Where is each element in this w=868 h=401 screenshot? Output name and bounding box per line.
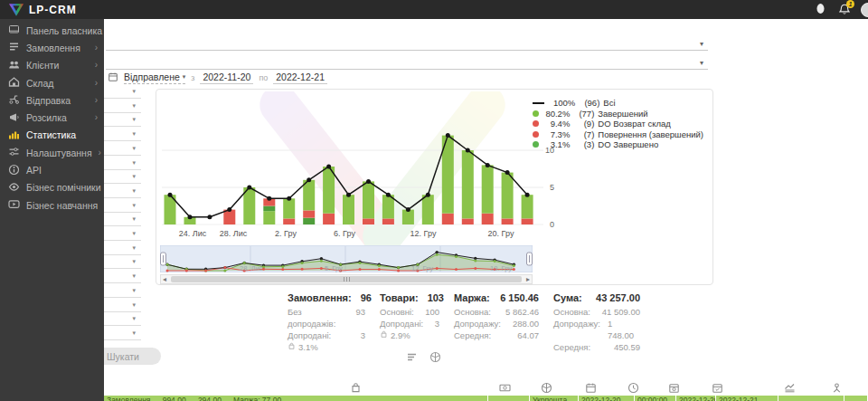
navigator-handle-left[interactable] xyxy=(161,253,166,265)
stat-subrow: Допродані:3 xyxy=(380,318,439,329)
page: LP-CRM 1 Панель власникаЗамовлення›Клієн… xyxy=(0,0,868,401)
legend-item[interactable]: 3.1%(3)DO Завершено xyxy=(533,139,703,150)
legend-item[interactable]: 9.4%(9)DO Возврат склад xyxy=(533,119,703,129)
svg-text:28. Лис: 28. Лис xyxy=(220,229,248,238)
date-type-label: Відправлене xyxy=(124,72,180,82)
filter-select-top-1[interactable]: ▾ xyxy=(106,20,708,51)
sidebar-item-label: Бізнес помічники xyxy=(26,182,101,193)
settings-icon xyxy=(8,146,20,159)
api-icon xyxy=(8,164,20,177)
chevron-down-icon: ▾ xyxy=(132,301,136,309)
sidebar-item-label: API xyxy=(26,165,42,176)
chevron-right-icon: › xyxy=(99,148,101,158)
table-cell: 2022-12-20 … xyxy=(676,396,716,401)
sidebar-item-label: Склад xyxy=(26,78,53,89)
app-logo[interactable]: LP-CRM xyxy=(9,4,77,16)
scroll-right-icon[interactable]: ▸ xyxy=(526,274,530,284)
stat-subrow: Основна:41 509.00 xyxy=(553,306,640,318)
svg-text:19. Гру: 19. Гру xyxy=(490,264,512,272)
package-icon[interactable] xyxy=(429,350,441,367)
table-cell: 00:00:00 xyxy=(635,396,676,401)
scroll-left-icon[interactable]: ◂ xyxy=(163,274,166,284)
stat-value: 6 150.46 xyxy=(500,292,539,303)
chevron-down-icon: ▾ xyxy=(700,59,703,67)
list-icon[interactable] xyxy=(406,350,418,367)
sidebar-item-8[interactable]: Налаштування› xyxy=(0,144,104,161)
sidebar-item-1[interactable]: Панель власника xyxy=(0,22,104,39)
chevron-down-icon: ▾ xyxy=(132,287,136,294)
sidebar-item-2[interactable]: Замовлення› xyxy=(0,39,104,56)
chart-card: 100%(96)Всі80.2%(77)Завершений9.4%(9)DO … xyxy=(156,89,713,285)
chevron-down-icon: ▾ xyxy=(132,315,136,322)
training-icon xyxy=(8,198,20,212)
calendar-icon xyxy=(108,72,118,84)
scrollbar-thumb[interactable] xyxy=(171,276,522,282)
sidebar: Панель власникаЗамовлення›Клієнти›Склад›… xyxy=(0,19,104,401)
stats-column-4: Сума:43 257.00Основна:41 509.00Допродажу… xyxy=(553,292,640,353)
line-swatch xyxy=(533,102,544,104)
table-cell: Замовлення … 994.00 … 294.00 … Маржа: 77… xyxy=(104,396,488,401)
top-header: LP-CRM 1 xyxy=(0,0,868,19)
date-type-select[interactable]: Відправлене ▾ xyxy=(124,72,185,84)
chevron-right-icon: › xyxy=(95,61,98,70)
chevron-down-icon: ▾ xyxy=(132,230,136,237)
range-navigator[interactable]: 28. Лис5. Гру12. Гру19. Гру xyxy=(160,245,533,272)
table-cell: Укрпошта xyxy=(530,396,579,401)
filter-select-top-2[interactable]: ▾ xyxy=(106,52,708,70)
svg-text:28. Лис: 28. Лис xyxy=(240,264,263,272)
notifications-bell-icon[interactable]: 1 xyxy=(839,4,850,15)
sidebar-item-10[interactable]: Бізнес помічники xyxy=(0,179,104,196)
sidebar-item-3[interactable]: Клієнти› xyxy=(0,57,104,74)
table-header-icons xyxy=(0,381,868,396)
sidebar-item-9[interactable]: API xyxy=(0,161,104,178)
chevron-right-icon: › xyxy=(95,96,98,105)
warehouse-icon xyxy=(8,76,20,90)
svg-text:12. Гру: 12. Гру xyxy=(411,264,433,272)
sidebar-item-11[interactable]: Бізнес навчання xyxy=(0,196,104,214)
svg-text:5: 5 xyxy=(550,183,554,192)
view-toggles xyxy=(406,350,441,367)
profile-icon[interactable] xyxy=(816,2,826,18)
sidebar-item-5[interactable]: Відправка› xyxy=(0,91,104,109)
chevron-down-icon: ▾ xyxy=(183,73,186,81)
sidebar-item-label: Налаштування xyxy=(26,148,92,158)
helpers-icon xyxy=(8,181,20,195)
sidebar-item-6[interactable]: Розсилка› xyxy=(0,109,104,126)
sidebar-item-label: Клієнти xyxy=(26,60,59,71)
dot-swatch xyxy=(533,131,539,138)
sidebar-item-7[interactable]: Статистика xyxy=(0,127,104,144)
stat-title: Сума: xyxy=(553,292,582,303)
upsell-percent: 3.1% xyxy=(288,341,365,353)
legend-item[interactable]: 100%(96)Всі xyxy=(533,98,703,109)
table-row[interactable]: Замовлення … 994.00 … 294.00 … Маржа: 77… xyxy=(104,396,868,401)
stat-value: 96 xyxy=(361,292,372,303)
broadcast-icon xyxy=(8,111,20,125)
orders-icon xyxy=(8,41,20,54)
sidebar-item-4[interactable]: Склад› xyxy=(0,74,104,91)
svg-text:6. Гру: 6. Гру xyxy=(334,229,355,238)
stat-subrow: Середня:450.59 xyxy=(553,341,640,353)
from-word: з xyxy=(191,73,194,82)
date-from-input[interactable]: 2022-11-20 xyxy=(200,72,253,84)
date-to-input[interactable]: 2022-12-21 xyxy=(273,72,327,84)
chevron-down-icon: ▾ xyxy=(132,145,136,152)
navigator-handle-right[interactable] xyxy=(527,253,533,265)
statistics-icon xyxy=(8,129,20,142)
chevron-down-icon: ▾ xyxy=(700,40,703,48)
legend-item[interactable]: 80.2%(77)Завершений xyxy=(533,109,703,119)
avatar[interactable] xyxy=(861,3,868,17)
stat-subrow: Допродажу:288.00 xyxy=(454,318,539,329)
sidebar-item-label: Розсилка xyxy=(26,112,67,123)
legend-item[interactable]: 7.3%(7)Повернення (завершений) xyxy=(533,129,703,140)
chevron-down-icon: ▾ xyxy=(132,244,136,252)
table-cell: 2022-12-21 … xyxy=(716,396,778,401)
dot-swatch xyxy=(533,141,539,148)
notification-badge: 1 xyxy=(846,0,854,8)
table-cell: … xyxy=(844,396,868,401)
date-filter: Відправлене ▾ з 2022-11-20 по 2022-12-21 xyxy=(108,71,327,84)
to-word: по xyxy=(259,73,268,82)
table-cell: 2022-12-20 … xyxy=(579,396,635,401)
summary-stats: Замовлення:96Без допродажів:93Допродані:… xyxy=(288,292,640,353)
stat-value: 43 257.00 xyxy=(596,292,640,303)
table-cell: …… xyxy=(488,396,530,401)
